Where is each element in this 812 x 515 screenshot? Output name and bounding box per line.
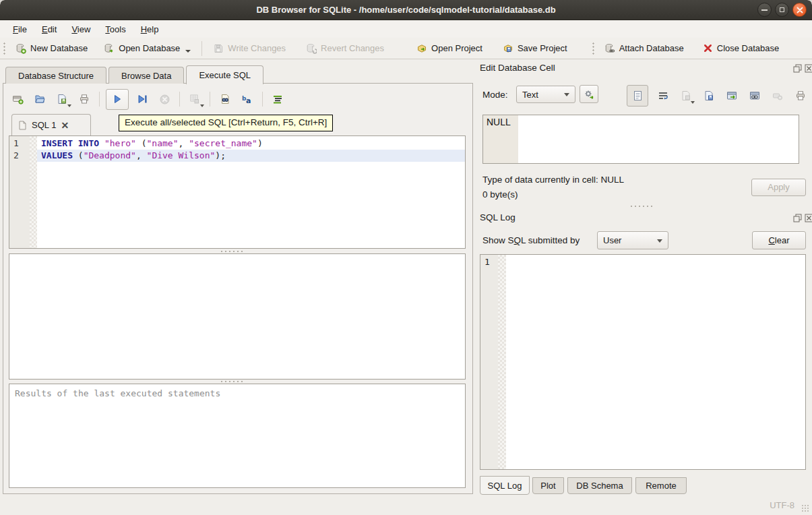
main-toolbar: New Database Open Database Write Changes… (0, 38, 812, 59)
tab-browse-data[interactable]: Browse Data (108, 67, 184, 84)
execute-sql-button[interactable] (106, 89, 129, 110)
cell-size-info: 0 byte(s) (482, 189, 518, 200)
sql-log-filter-select[interactable]: User (597, 231, 668, 249)
toolbar-drag-handle[interactable] (3, 42, 6, 55)
encoding-indicator[interactable]: UTF-8 (770, 500, 794, 510)
export-data-button[interactable] (701, 87, 717, 104)
sql-log-area[interactable]: 1 (480, 254, 806, 470)
print-cell-button[interactable] (792, 87, 809, 104)
menu-view[interactable]: View (64, 22, 98, 36)
gear-icon (584, 89, 595, 100)
query-results-table[interactable] (9, 253, 466, 380)
word-wrap-icon (658, 90, 668, 101)
open-database-label: Open Database (119, 43, 180, 53)
splitter-handle[interactable] (220, 380, 244, 383)
close-dock-button[interactable] (804, 63, 812, 73)
auto-mode-button[interactable] (580, 85, 598, 103)
toolbar-separator (201, 41, 202, 56)
close-icon (796, 6, 804, 14)
close-database-button[interactable]: Close Database (699, 40, 784, 56)
save-sql-dropdown-icon[interactable] (67, 104, 71, 107)
tab-db-schema[interactable]: DB Schema (567, 477, 632, 494)
print-sql-button[interactable] (75, 90, 93, 108)
menu-tools[interactable]: Tools (98, 22, 133, 36)
sql-editor[interactable]: 1INSERT INTO "hero" ("name", "secret_nam… (9, 135, 466, 249)
splitter-handle[interactable] (220, 250, 244, 253)
stop-sql-button[interactable] (156, 90, 173, 108)
close-dock-button[interactable] (804, 213, 812, 222)
dock-splitter-handle[interactable] (629, 205, 654, 208)
log-line-number-gutter (480, 255, 498, 469)
sql-log-dock-buttons (792, 213, 812, 222)
revert-changes-button[interactable]: Revert Changes (302, 40, 388, 57)
execute-current-line-button[interactable] (133, 90, 151, 108)
save-results-dropdown-icon[interactable] (200, 104, 204, 107)
maximize-button[interactable] (775, 3, 789, 17)
close-window-button[interactable] (792, 3, 807, 17)
text-mode-button[interactable] (627, 85, 648, 107)
find-replace-button[interactable] (216, 90, 234, 108)
mode-select[interactable]: Text (516, 86, 575, 103)
toggle-block-comment-button[interactable] (269, 90, 286, 108)
menu-file[interactable]: File (5, 22, 34, 36)
cell-value-editor[interactable]: NULL (482, 115, 799, 164)
attach-database-icon (604, 43, 615, 54)
toolbar-drag-handle-2[interactable] (592, 42, 595, 55)
word-wrap-button[interactable] (655, 87, 671, 104)
save-project-label: Save Project (518, 43, 567, 53)
open-sql-tab-button[interactable] (9, 90, 26, 108)
menu-help[interactable]: Help (133, 22, 166, 36)
titlebar[interactable]: DB Browser for SQLite - /home/user/code/… (0, 0, 812, 20)
open-project-button[interactable]: Open Project (412, 40, 487, 57)
sql-log-title: SQL Log (480, 212, 516, 222)
chevron-down-icon (657, 239, 662, 243)
float-dock-button[interactable] (792, 213, 802, 222)
write-changes-button[interactable]: Write Changes (209, 40, 290, 57)
log-line-number: 1 (485, 257, 490, 267)
tab-execute-sql[interactable]: Execute SQL (186, 65, 263, 84)
print-icon (79, 94, 90, 104)
close-sql-tab-icon[interactable]: ✕ (61, 120, 69, 131)
set-null-button[interactable] (770, 87, 786, 104)
tab-sql-log[interactable]: SQL Log (480, 476, 530, 495)
import-data-button[interactable] (678, 87, 694, 104)
open-external-button[interactable] (724, 87, 740, 104)
import-icon (681, 90, 691, 101)
save-sql-file-button[interactable] (53, 90, 71, 108)
edit-cell-dock-buttons (792, 63, 812, 73)
open-database-button[interactable]: Open Database (100, 40, 195, 57)
revert-changes-label: Revert Changes (321, 43, 384, 53)
attach-database-button[interactable]: Attach Database (600, 40, 688, 57)
results-placeholder: Results of the last executed statements (15, 388, 220, 398)
tab-database-structure[interactable]: Database Structure (5, 67, 106, 84)
open-project-label: Open Project (431, 43, 482, 53)
open-sql-file-icon (34, 94, 45, 104)
resize-grip[interactable] (801, 504, 809, 512)
sql-code-lines: 1INSERT INTO "hero" ("name", "secret_nam… (9, 138, 465, 162)
clear-log-button[interactable]: Clear (752, 231, 806, 249)
apply-button[interactable]: Apply (751, 179, 806, 196)
float-dock-button[interactable] (792, 63, 802, 73)
minimize-button[interactable] (757, 3, 772, 17)
open-sql-file-button[interactable] (31, 90, 49, 108)
format-sql-button[interactable]: ba (239, 90, 256, 108)
tooltip: Execute all/selected SQL [Ctrl+Return, F… (119, 115, 333, 131)
sql-toolbar-separator (262, 92, 263, 107)
menu-edit[interactable]: Edit (34, 22, 64, 36)
chevron-down-icon (564, 93, 569, 96)
save-project-button[interactable]: Save Project (499, 40, 571, 57)
new-database-button[interactable]: New Database (11, 40, 92, 57)
execute-sql-icon (112, 94, 123, 104)
open-database-dropdown-icon[interactable] (185, 50, 191, 53)
export-icon (704, 90, 714, 101)
sql-document-tab[interactable]: SQL 1 ✕ (11, 114, 91, 135)
cell-type-info: Type of data currently in cell: NULL (482, 175, 624, 185)
execution-messages-pane[interactable]: Results of the last executed statements (9, 384, 466, 488)
tab-plot[interactable]: Plot (532, 477, 564, 494)
save-results-button[interactable] (186, 90, 204, 108)
tab-remote[interactable]: Remote (635, 477, 687, 494)
new-database-icon (15, 43, 26, 54)
open-project-icon (416, 43, 427, 54)
sql-toolbar-separator (179, 92, 180, 107)
copy-link-button[interactable] (747, 87, 763, 104)
